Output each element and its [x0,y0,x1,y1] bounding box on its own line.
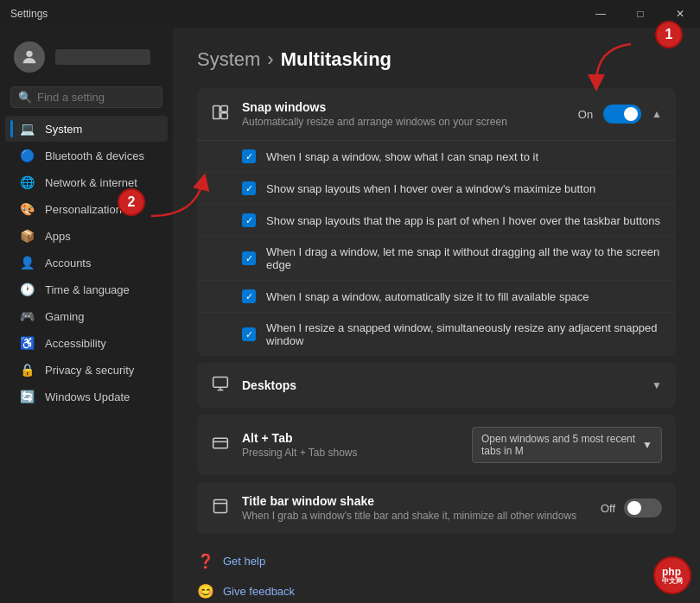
checkbox-label-3: When I drag a window, let me snap it wit… [266,245,662,271]
checkbox-label-4: When I snap a window, automatically size… [266,290,589,303]
snap-windows-subtitle: Automatically resize and arrange windows… [242,116,507,128]
nav-icon-accessibility: ♿ [19,336,35,350]
get-help-link[interactable]: ❓ Get help [197,548,676,574]
checkbox-label-0: When I snap a window, show what I can sn… [266,150,538,163]
nav-icon-bluetooth: 🔵 [19,149,35,162]
svg-rect-1 [213,106,220,119]
get-help-label: Get help [223,555,265,568]
desktops-header[interactable]: Desktops ▼ [197,363,676,408]
alt-tab-title: Alt + Tab [242,431,358,445]
sidebar-item-system[interactable]: 💻 System [5,116,168,142]
sidebar-item-windows-update[interactable]: 🔄 Windows Update [5,384,168,409]
desktops-chevron-icon: ▼ [652,379,662,391]
sidebar: 🔍 💻 System 🔵 Bluetooth & devices 🌐 Netwo… [0,28,173,603]
snap-toggle-label: On [578,108,593,121]
breadcrumb-parent: System [197,48,260,71]
nav-list: 💻 System 🔵 Bluetooth & devices 🌐 Network… [0,115,173,410]
checkbox-row-2: ✓ Show snap layouts that the app is part… [197,205,676,237]
sidebar-item-privacy[interactable]: 🔒 Privacy & security [5,357,168,383]
avatar [14,41,45,73]
php-badge: php 中文网 [653,556,691,594]
alt-tab-dropdown[interactable]: Open windows and 5 most recent tabs in M… [472,427,662,463]
checkbox-row-1: ✓ Show snap layouts when I hover over a … [197,173,676,205]
snap-windows-icon [211,104,230,124]
main-content: System › Multitasking Snap windows Autom… [173,28,700,603]
search-input[interactable] [37,91,155,104]
title-bar-shake-toggle[interactable] [624,498,662,517]
nav-label-accessibility: Accessibility [45,337,106,350]
titlebar-title: Settings [10,8,48,20]
nav-label-time: Time & language [45,283,130,296]
snap-windows-section: Snap windows Automatically resize and ar… [197,88,676,356]
nav-label-privacy: Privacy & security [45,364,134,377]
nav-label-gaming: Gaming [45,310,85,323]
nav-label-personalization: Personalization [45,203,122,216]
title-bar-shake-title: Title bar window shake [242,494,576,508]
sidebar-item-accessibility[interactable]: ♿ Accessibility [5,330,168,356]
snap-windows-toggle[interactable] [603,105,641,124]
nav-label-system: System [45,123,82,136]
sidebar-item-time[interactable]: 🕐 Time & language [5,276,168,302]
alt-tab-icon [211,435,230,455]
checkbox-3[interactable]: ✓ [242,251,256,265]
sidebar-item-apps[interactable]: 📦 Apps [5,223,168,249]
minimize-button[interactable]: — [581,0,620,28]
search-icon: 🔍 [18,91,32,104]
annotation-circle-1: 1 [655,21,683,48]
maximize-button[interactable]: □ [620,0,660,28]
checkbox-label-1: Show snap layouts when I hover over a wi… [266,182,595,195]
checkbox-row-5: ✓ When I resize a snapped window, simult… [197,313,676,356]
nav-icon-time: 🕐 [19,282,35,296]
profile-section [0,35,173,83]
checkbox-rows: ✓ When I snap a window, show what I can … [197,140,676,356]
nav-label-accounts: Accounts [45,257,91,270]
checkbox-row-0: ✓ When I snap a window, show what I can … [197,141,676,173]
desktops-title: Desktops [242,378,296,392]
nav-icon-gaming: 🎮 [19,309,35,323]
desktops-icon [211,375,230,396]
checkbox-row-4: ✓ When I snap a window, automatically si… [197,281,676,313]
sidebar-item-bluetooth[interactable]: 🔵 Bluetooth & devices [5,143,168,168]
annotation-circle-2: 2 [118,188,145,216]
alt-tab-dropdown-arrow-icon: ▼ [642,439,652,451]
snap-windows-header[interactable]: Snap windows Automatically resize and ar… [197,88,676,140]
nav-icon-apps: 📦 [19,229,35,243]
checkbox-label-5: When I resize a snapped window, simultan… [266,321,662,347]
alt-tab-subtitle: Pressing Alt + Tab shows [242,447,358,459]
nav-icon-system: 💻 [19,122,35,136]
php-badge-text: php [662,566,681,578]
svg-rect-2 [221,106,228,112]
desktops-section: Desktops ▼ [197,363,676,408]
nav-label-apps: Apps [45,230,71,243]
nav-icon-accounts: 👤 [19,256,35,270]
give-feedback-link[interactable]: 😊 Give feedback [197,578,676,603]
checkbox-0[interactable]: ✓ [242,149,256,163]
svg-rect-3 [221,113,228,119]
checkbox-4[interactable]: ✓ [242,289,256,303]
svg-rect-7 [213,438,228,448]
nav-label-windows-update: Windows Update [45,390,130,403]
svg-rect-4 [213,378,228,388]
sidebar-item-accounts[interactable]: 👤 Accounts [5,250,168,276]
get-help-icon: ❓ [197,553,214,569]
nav-icon-network: 🌐 [19,175,35,189]
checkbox-2[interactable]: ✓ [242,213,256,227]
nav-icon-windows-update: 🔄 [19,390,35,403]
checkbox-1[interactable]: ✓ [242,181,256,195]
checkbox-label-2: Show snap layouts that the app is part o… [266,214,660,227]
php-badge-subtext: 中文网 [662,578,683,585]
bottom-links: ❓ Get help 😊 Give feedback [197,548,676,603]
give-feedback-icon: 😊 [197,583,214,600]
title-bar-shake-section: Title bar window shake When I grab a win… [197,482,676,534]
nav-label-bluetooth: Bluetooth & devices [45,149,144,162]
breadcrumb-separator: › [267,48,273,71]
snap-windows-title: Snap windows [242,100,507,114]
nav-icon-personalization: 🎨 [19,202,35,216]
checkbox-5[interactable]: ✓ [242,327,256,341]
nav-icon-privacy: 🔒 [19,363,35,377]
search-box[interactable]: 🔍 [10,86,162,108]
checkbox-row-3: ✓ When I drag a window, let me snap it w… [197,237,676,281]
title-bar-shake-subtitle: When I grab a window's title bar and sha… [242,510,576,522]
svg-rect-9 [214,500,227,513]
sidebar-item-gaming[interactable]: 🎮 Gaming [5,303,168,329]
